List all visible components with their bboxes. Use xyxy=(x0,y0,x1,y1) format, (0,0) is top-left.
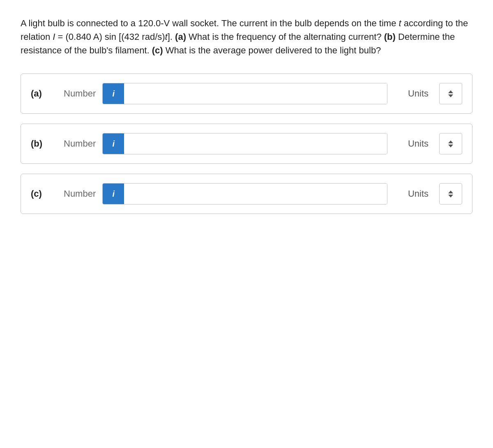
row-label-c: (c) xyxy=(31,188,64,199)
info-button-c[interactable]: i xyxy=(103,184,124,204)
info-button-b[interactable]: i xyxy=(103,133,124,154)
units-label-c: Units xyxy=(404,188,433,199)
chevron-selector-icon-a xyxy=(448,90,453,97)
question-container: A light bulb is connected to a 120.0-V w… xyxy=(21,16,472,214)
chevron-selector-icon-b xyxy=(448,140,453,147)
info-icon-c: i xyxy=(112,189,115,199)
row-label-a: (a) xyxy=(31,88,64,99)
row-label-b: (b) xyxy=(31,138,64,149)
question-text: A light bulb is connected to a 120.0-V w… xyxy=(21,16,472,57)
units-dropdown-b[interactable] xyxy=(439,133,462,154)
input-wrapper-b: i xyxy=(102,133,387,154)
number-input-c[interactable] xyxy=(124,184,387,204)
answer-row-b: (b) Number i Units xyxy=(21,124,472,164)
answer-row-a: (a) Number i Units xyxy=(21,74,472,114)
units-dropdown-c[interactable] xyxy=(439,183,462,204)
units-dropdown-a[interactable] xyxy=(439,83,462,104)
number-label-c: Number xyxy=(64,188,96,199)
input-wrapper-a: i xyxy=(102,83,387,104)
number-input-b[interactable] xyxy=(124,133,387,154)
input-wrapper-c: i xyxy=(102,183,387,204)
number-input-a[interactable] xyxy=(124,83,387,104)
answer-row-c: (c) Number i Units xyxy=(21,174,472,214)
number-label-b: Number xyxy=(64,138,96,149)
info-icon-b: i xyxy=(112,139,115,149)
units-label-b: Units xyxy=(404,138,433,149)
info-button-a[interactable]: i xyxy=(103,83,124,104)
units-label-a: Units xyxy=(404,88,433,99)
number-label-a: Number xyxy=(64,88,96,99)
chevron-selector-icon-c xyxy=(448,191,453,198)
info-icon-a: i xyxy=(112,89,115,99)
